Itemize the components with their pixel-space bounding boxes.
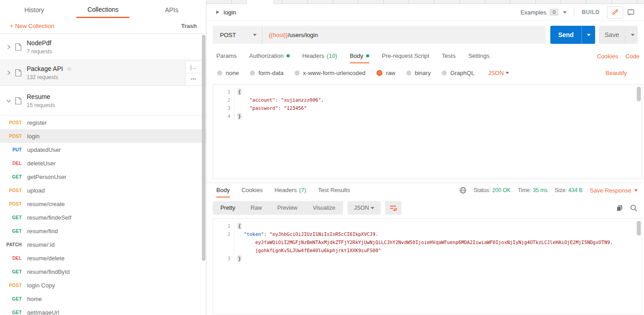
request-item[interactable]: GETresume/findById [0,265,206,278]
radio-icon [442,71,447,75]
line-number [213,246,230,254]
collection-name: NodePdf [27,39,52,47]
collection-package-api[interactable]: Package API☆ 132 requests |→ ••• [0,60,206,86]
save-options-button[interactable] [625,26,638,44]
editor-scrollbar[interactable] [637,87,641,101]
chevron-down-icon [587,34,591,36]
request-item[interactable]: POSTlogin Copy [0,278,206,292]
save-button[interactable]: Save [599,26,625,44]
request-item[interactable]: GETresume/find [0,224,206,238]
comments-button[interactable] [623,6,639,19]
divider [574,8,574,16]
request-item[interactable]: POSTlogin [0,129,206,143]
request-item[interactable]: GETresume/findeSelf [0,211,206,224]
main-panel: login Examples 0 BUILD POST {{host}}/use… [206,0,644,315]
tab-headers[interactable]: Headers(10) [302,49,337,63]
tab-response-cookies[interactable]: Cookies [242,183,263,197]
request-item[interactable]: POSTupload [0,183,206,197]
response-toolbar: Pretty Raw Preview Visualize JSON [206,200,644,216]
tab-response-headers[interactable]: Headers(7) [275,183,306,197]
request-item[interactable]: PATCHresume/:id [0,238,206,251]
request-name: resume/findById [27,268,70,275]
examples-dropdown[interactable]: Examples [520,9,546,16]
collection-hover-tools: |→ ••• [185,61,201,85]
sidebar-scrollbar[interactable] [202,35,205,261]
collection-count: 132 requests [27,74,72,80]
view-raw[interactable]: Raw [243,201,270,215]
tab-response-body[interactable]: Body [216,183,230,197]
view-pretty[interactable]: Pretty [213,201,243,215]
expand-caret-icon[interactable] [216,10,219,14]
collection-resume[interactable]: Resume 15 requests [0,86,206,116]
send-button[interactable]: Send [550,26,582,44]
request-item[interactable]: PUTupdatedUser [0,143,206,156]
request-item[interactable]: GEThome [0,292,206,306]
tab-tests[interactable]: Tests [442,49,455,63]
bodytype-urlencoded[interactable]: x-www-form-urlencoded [295,70,366,76]
view-preview[interactable]: Preview [270,201,305,215]
tab-collections[interactable]: Collections [69,0,138,18]
copy-button[interactable] [616,204,623,212]
chevron-right-icon[interactable] [4,70,14,75]
bodytype-none[interactable]: none [217,70,239,76]
open-in-tab-icon[interactable]: |→ [186,61,201,73]
tab-settings[interactable]: Settings [468,49,490,63]
size-indicator: Size: 434 B [555,187,582,193]
network-globe-icon[interactable] [459,187,467,194]
method-select[interactable]: POST [213,26,262,44]
star-icon[interactable]: ☆ [67,66,72,72]
tab-test-results[interactable]: Test Results [318,183,350,197]
request-item[interactable]: DELresume/delete [0,251,206,265]
chevron-down-icon [371,207,374,209]
language-dropdown[interactable]: JSON [488,70,509,76]
radio-icon [250,71,255,75]
bodytype-raw[interactable]: raw [377,70,396,76]
radio-icon [217,71,222,75]
tab-apis[interactable]: APIs [137,0,206,18]
bodytype-form-data[interactable]: form-data [250,70,284,76]
bodytype-binary[interactable]: binary [406,70,431,76]
request-item[interactable]: DELdeleteUser [0,156,206,170]
request-name: upload [27,187,45,194]
new-collection-button[interactable]: + New Collection [10,23,54,29]
wrap-text-button[interactable] [385,201,401,215]
open-tabs-strip[interactable] [206,0,644,4]
more-options-icon[interactable]: ••• [186,73,201,85]
tab-authorization[interactable]: Authorization [249,49,290,63]
collection-nodepdf[interactable]: NodePdf 7 requests [0,34,206,60]
tab-body[interactable]: Body [350,49,369,63]
collection-name: Package API☆ [27,65,72,72]
trash-button[interactable]: Trash [181,23,197,29]
response-language-dropdown[interactable]: JSON [348,201,381,215]
save-response-button[interactable]: Save Response [590,187,638,194]
edit-button[interactable] [607,6,623,19]
tab-history[interactable]: History [0,0,69,18]
bodytype-graphql[interactable]: GraphQL [442,70,474,76]
request-item[interactable]: POSTresume/create [0,197,206,211]
chevron-down-icon[interactable] [4,99,14,103]
request-name: getPersonUser [27,174,67,180]
response-body-viewer[interactable]: 1{ 2"token": "eyJhbGciOiJIUzI1NiIsInR5cC… [213,218,642,315]
search-button[interactable] [630,204,638,212]
url-input[interactable]: {{host}}/users/login [262,32,546,38]
request-item[interactable]: GETgetPersonUser [0,170,206,183]
request-item[interactable]: POSTregister [0,116,206,129]
tab-pre-request-script[interactable]: Pre-request Script [382,49,429,63]
request-item[interactable]: GETgetImageUrl [0,306,206,315]
code-link[interactable]: Code [625,53,639,60]
send-button-group: Send [550,26,595,44]
beautify-link[interactable]: Beautify [606,70,638,76]
line-number: 2 [213,96,230,104]
request-name: register [27,119,47,126]
chevron-right-icon[interactable] [4,44,14,50]
chevron-down-icon[interactable] [563,11,567,14]
tab-params[interactable]: Params [216,49,237,63]
send-options-button[interactable] [582,26,595,44]
request-body-editor[interactable]: 1{ 2"account": "xujianzzz006", 3"passwor… [213,84,642,179]
cookies-link[interactable]: Cookies [597,53,618,60]
method-badge: POST [0,134,22,139]
view-visualize[interactable]: Visualize [305,201,343,215]
editor-scrollbar[interactable] [637,221,641,235]
collection-count: 7 requests [27,48,52,55]
active-tab[interactable] [246,0,274,4]
